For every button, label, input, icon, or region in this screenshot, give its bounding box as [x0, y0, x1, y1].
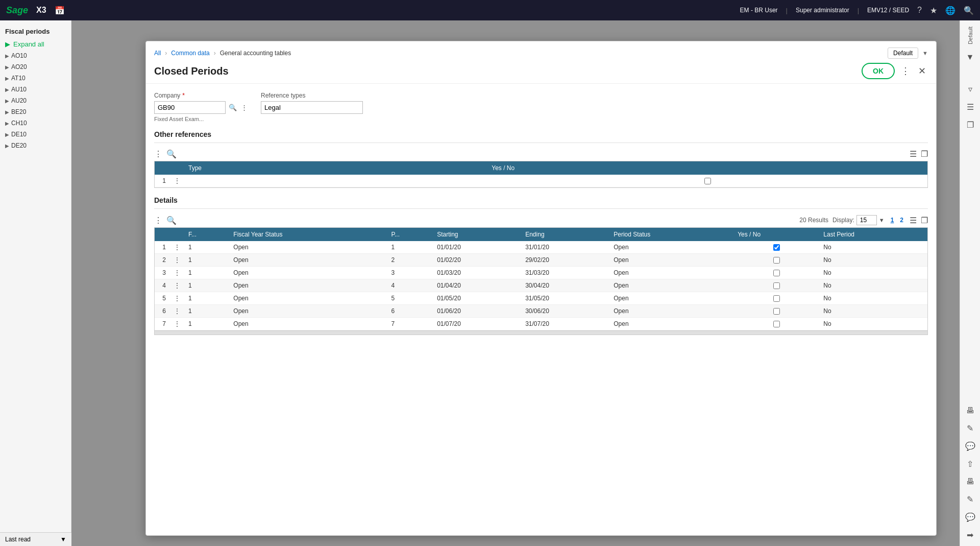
table-row: 4 ⋮ 1 Open 4 01/04/20 30/04/20 Open No [155, 279, 927, 292]
p-cell: 5 [387, 292, 433, 305]
row-menu[interactable]: ⋮ [170, 318, 184, 330]
row-menu[interactable]: ⋮ [170, 305, 184, 318]
company-field: Company * 🔍 ⋮ Fixed Asset Exam... [154, 92, 249, 122]
sidebar-item-label: AU10 [11, 86, 27, 93]
other-ref-col-menu [170, 161, 184, 175]
right-bar-print2-icon[interactable]: 🖶 [964, 475, 976, 488]
row-menu[interactable]: ⋮ [170, 279, 184, 292]
reference-types-input[interactable] [261, 101, 363, 114]
yes-no-checkbox[interactable] [773, 308, 780, 315]
page-1-button[interactable]: 1 [889, 216, 896, 225]
reference-types-label: Reference types [261, 92, 363, 99]
yes-no-checkbox[interactable] [773, 257, 780, 264]
yes-no-checkbox[interactable] [773, 282, 780, 289]
yes-no-checkbox[interactable] [773, 244, 780, 251]
display-dropdown-icon[interactable]: ▼ [879, 217, 885, 223]
close-icon[interactable]: ✕ [916, 64, 928, 78]
details-more-icon[interactable]: ⋮ [154, 216, 162, 225]
starting-cell: 01/07/20 [433, 318, 521, 330]
search-icon[interactable]: 🔍 [964, 6, 974, 15]
other-ref-col-yes-no: Yes / No [487, 161, 927, 175]
right-bar-comment-icon[interactable]: 💬 [963, 510, 977, 524]
other-ref-layers-icon[interactable]: ☰ [910, 149, 917, 159]
expand-all-button[interactable]: ▶ Expand all [0, 38, 71, 50]
collapse-icon[interactable]: ▼ [60, 536, 66, 543]
right-bar-layers2-icon[interactable]: ☰ [965, 100, 976, 114]
default-chevron-icon[interactable]: ▼ [922, 50, 928, 56]
row-num: 5 [155, 292, 170, 305]
details-col-p: P... [387, 228, 433, 241]
right-bar-pencil-icon[interactable]: ✎ [965, 421, 975, 435]
row-menu[interactable]: ⋮ [170, 241, 184, 254]
right-bar-expand2-icon[interactable]: ❐ [965, 118, 976, 132]
f-cell: 1 [184, 292, 229, 305]
yes-no-checkbox[interactable] [773, 295, 780, 302]
details-table-scroll[interactable]: F... Fiscal Year Status P... Starting En… [155, 228, 927, 330]
breadcrumb-all[interactable]: All [154, 50, 161, 57]
sidebar-item-ao10[interactable]: ▶ AO10 [0, 50, 71, 61]
right-bar-upload-icon[interactable]: ⇧ [965, 457, 975, 471]
sidebar-item-de20[interactable]: ▶ DE20 [0, 140, 71, 151]
results-count: 20 Results [799, 217, 828, 224]
other-ref-search-icon[interactable]: 🔍 [166, 149, 177, 159]
sidebar-item-de10[interactable]: ▶ DE10 [0, 129, 71, 140]
sidebar-item-ch10[interactable]: ▶ CH10 [0, 117, 71, 129]
globe-icon[interactable]: 🌐 [945, 6, 955, 15]
ok-button[interactable]: OK [862, 63, 895, 79]
row-menu[interactable]: ⋮ [170, 175, 184, 187]
right-bar-bubble-icon[interactable]: 💬 [963, 439, 977, 453]
sidebar-item-ao20[interactable]: ▶ AO20 [0, 61, 71, 73]
details-expand-icon[interactable]: ❐ [921, 216, 928, 225]
right-bar-logout-icon[interactable]: ➡ [965, 528, 975, 542]
chevron-icon: ▶ [5, 132, 9, 137]
other-ref-checkbox[interactable] [704, 178, 711, 184]
horizontal-scrollbar[interactable] [155, 330, 927, 335]
sidebar-item-au10[interactable]: ▶ AU10 [0, 84, 71, 95]
display-value-input[interactable] [856, 215, 877, 225]
last-period-cell: No [819, 279, 927, 292]
right-bar-print-icon[interactable]: 🖶 [964, 404, 976, 417]
ending-cell: 30/04/20 [521, 279, 609, 292]
other-ref-col-num [155, 161, 170, 175]
p-cell: 1 [387, 241, 433, 254]
company-input[interactable] [154, 101, 226, 114]
help-icon[interactable]: ? [917, 6, 922, 15]
company-search-icon[interactable]: 🔍 [228, 103, 238, 112]
starting-cell: 01/04/20 [433, 279, 521, 292]
row-menu[interactable]: ⋮ [170, 254, 184, 267]
sidebar-item-au20[interactable]: ▶ AU20 [0, 95, 71, 106]
row-menu[interactable]: ⋮ [170, 292, 184, 305]
other-ref-table: Type Yes / No 1 ⋮ [155, 161, 927, 187]
row-menu[interactable]: ⋮ [170, 267, 184, 279]
right-bar-pencil2-icon[interactable]: ✎ [965, 492, 975, 506]
other-ref-expand-icon[interactable]: ❐ [921, 149, 928, 159]
chevron-icon: ▶ [5, 64, 9, 70]
breadcrumb-common-data[interactable]: Common data [171, 50, 209, 57]
starting-cell: 01/01/20 [433, 241, 521, 254]
env-label: EMV12 / SEED [867, 7, 909, 14]
right-bar-filter-icon[interactable]: ▿ [966, 82, 974, 96]
default-button[interactable]: Default [888, 48, 918, 59]
bookmark-icon[interactable]: ★ [930, 6, 937, 15]
company-hint: Fixed Asset Exam... [154, 116, 249, 122]
yes-no-checkbox[interactable] [773, 270, 780, 276]
sidebar-item-at10[interactable]: ▶ AT10 [0, 73, 71, 84]
more-options-icon[interactable]: ⋮ [899, 63, 912, 79]
company-more-icon[interactable]: ⋮ [240, 103, 249, 112]
expand-icon: ▶ [5, 40, 10, 48]
table-row: 7 ⋮ 1 Open 7 01/07/20 31/07/20 Open No [155, 318, 927, 330]
yes-no-checkbox[interactable] [773, 321, 780, 327]
page-2-button[interactable]: 2 [898, 216, 905, 225]
sidebar-item-be20[interactable]: ▶ BE20 [0, 106, 71, 117]
fiscal-year-status-cell: Open [229, 254, 387, 267]
details-layers-icon[interactable]: ☰ [910, 216, 917, 225]
p-cell: 2 [387, 254, 433, 267]
calendar-icon[interactable]: 📅 [55, 6, 65, 15]
chevron-icon: ▶ [5, 109, 9, 115]
details-search-icon[interactable]: 🔍 [166, 216, 177, 225]
right-bar-arrow-icon[interactable]: ▼ [964, 51, 976, 64]
other-ref-more-icon[interactable]: ⋮ [154, 149, 162, 159]
period-status-cell: Open [609, 318, 733, 330]
row-num: 1 [155, 175, 170, 187]
f-cell: 1 [184, 305, 229, 318]
